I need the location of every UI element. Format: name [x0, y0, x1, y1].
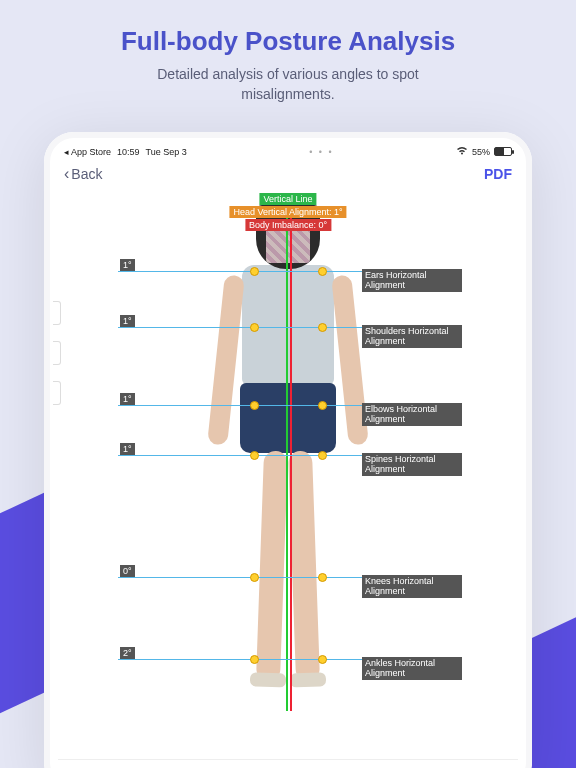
body-figure [218, 205, 358, 715]
alignment-degree: 1° [120, 443, 135, 455]
statusbar-date: Tue Sep 3 [146, 147, 187, 157]
landmark-node[interactable] [318, 655, 327, 664]
alignment-degree: 1° [120, 259, 135, 271]
figure-leg-left [256, 451, 288, 682]
status-bar: ◂ App Store 10:59 Tue Sep 3 • • • 55% [58, 144, 518, 163]
alignment-label: Ears Horizontal Alignment [362, 269, 462, 292]
alignment-label: Knees Horizontal Alignment [362, 575, 462, 598]
accent-shape-right [526, 575, 576, 768]
pdf-button[interactable]: PDF [484, 166, 512, 182]
alignment-label: Spines Horizontal Alignment [362, 453, 462, 476]
statusbar-ellipsis: • • • [191, 147, 452, 157]
statusbar-source[interactable]: ◂ App Store [64, 147, 111, 157]
nav-bar: ‹ Back PDF [58, 163, 518, 191]
back-label: Back [71, 166, 102, 182]
back-button[interactable]: ‹ Back [64, 165, 102, 183]
landmark-node[interactable] [318, 401, 327, 410]
tag-body-imbalance: Body Imbalance: 0° [245, 219, 331, 231]
statusbar-time: 10:59 [117, 147, 140, 157]
battery-percent: 55% [472, 147, 490, 157]
landmark-node[interactable] [250, 323, 259, 332]
landmark-node[interactable] [318, 573, 327, 582]
wifi-icon [456, 146, 468, 157]
landmark-node[interactable] [250, 451, 259, 460]
side-tab[interactable] [53, 381, 61, 405]
side-tab[interactable] [53, 341, 61, 365]
hero-title: Full-body Posture Analysis [40, 26, 536, 57]
bottom-toolbar [58, 759, 518, 768]
tag-stack: Vertical Line Head Vertical Alignment: 1… [229, 193, 346, 231]
alignment-degree: 1° [120, 315, 135, 327]
alignment-degree: 2° [120, 647, 135, 659]
tag-vertical-line: Vertical Line [259, 193, 316, 205]
alignment-degree: 1° [120, 393, 135, 405]
landmark-node[interactable] [250, 655, 259, 664]
landmark-node[interactable] [250, 401, 259, 410]
tag-head-alignment: Head Vertical Alignment: 1° [229, 206, 346, 218]
chevron-left-icon: ‹ [64, 165, 69, 183]
landmark-node[interactable] [318, 323, 327, 332]
landmark-node[interactable] [318, 267, 327, 276]
vertical-line-green [286, 211, 288, 711]
alignment-label: Elbows Horizontal Alignment [362, 403, 462, 426]
hero: Full-body Posture Analysis Detailed anal… [0, 0, 576, 114]
figure-leg-right [288, 451, 320, 682]
alignment-degree: 0° [120, 565, 135, 577]
hero-subtitle: Detailed analysis of various angles to s… [128, 65, 448, 104]
landmark-node[interactable] [318, 451, 327, 460]
vertical-line-red [290, 211, 292, 711]
analysis-canvas[interactable]: Vertical Line Head Vertical Alignment: 1… [58, 191, 518, 721]
alignment-label: Ankles Horizontal Alignment [362, 657, 462, 680]
landmark-node[interactable] [250, 573, 259, 582]
battery-icon [494, 147, 512, 156]
landmark-node[interactable] [250, 267, 259, 276]
side-tab[interactable] [53, 301, 61, 325]
figure-shorts [240, 383, 336, 453]
device-frame: ◂ App Store 10:59 Tue Sep 3 • • • 55% ‹ … [44, 132, 532, 768]
alignment-label: Shoulders Horizontal Alignment [362, 325, 462, 348]
